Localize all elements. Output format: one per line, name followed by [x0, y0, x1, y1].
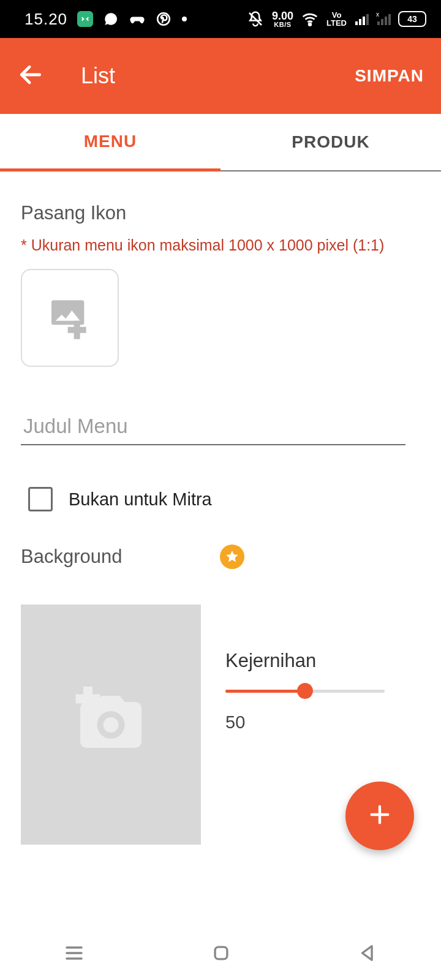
save-button[interactable]: SIMPAN: [355, 66, 424, 86]
svg-rect-6: [363, 17, 365, 25]
background-upload-box[interactable]: [21, 605, 201, 845]
icon-size-hint: * Ukuran menu ikon maksimal 1000 x 1000 …: [21, 236, 420, 254]
status-right: 9.00 KB/S Vo LTED x 43: [246, 10, 426, 28]
mute-icon: [246, 10, 265, 28]
add-image-icon: [45, 292, 94, 344]
battery-value: 43: [407, 14, 417, 24]
svg-rect-11: [385, 17, 387, 25]
svg-rect-4: [355, 21, 358, 25]
svg-rect-9: [377, 21, 380, 25]
volte-bot-text: LTED: [326, 19, 347, 27]
plus-icon: [368, 802, 392, 829]
dot-icon: [181, 16, 187, 22]
home-button[interactable]: [211, 943, 232, 966]
volte-icon: Vo LTED: [326, 11, 347, 27]
back-button[interactable]: [17, 61, 44, 91]
icon-upload-box[interactable]: [21, 269, 119, 367]
wifi-icon: [301, 10, 319, 28]
svg-point-1: [182, 17, 187, 21]
recent-apps-button[interactable]: [63, 942, 85, 967]
system-back-button[interactable]: [357, 943, 378, 966]
net-speed-icon: 9.00 KB/S: [272, 10, 293, 28]
app-bar: List SIMPAN: [0, 38, 441, 114]
gamepad-icon: [129, 10, 146, 28]
background-row: Background: [21, 545, 420, 569]
pinterest-icon: [156, 11, 172, 27]
fab-add-button[interactable]: [345, 782, 414, 850]
clarity-label: Kejernihan: [225, 650, 420, 672]
svg-rect-15: [68, 327, 86, 333]
signal-2-icon: x: [376, 12, 391, 26]
clarity-slider-col: Kejernihan 50: [225, 605, 420, 733]
svg-rect-12: [388, 14, 391, 25]
bukan-mitra-row[interactable]: Bukan untuk Mitra: [21, 487, 420, 511]
clarity-value: 50: [225, 712, 420, 733]
section-pasang-ikon-title: Pasang Ikon: [21, 202, 420, 224]
svg-text:x: x: [376, 12, 379, 18]
tab-menu[interactable]: MENU: [0, 114, 221, 172]
tabs: MENU PRODUK: [0, 114, 441, 172]
slider-thumb-icon[interactable]: [297, 683, 313, 699]
tab-produk[interactable]: PRODUK: [221, 114, 441, 170]
svg-rect-17: [76, 695, 100, 704]
svg-rect-7: [366, 14, 369, 25]
status-left: 15.20: [24, 10, 187, 29]
svg-rect-5: [359, 19, 361, 25]
svg-point-3: [309, 23, 311, 26]
clarity-slider[interactable]: [225, 688, 385, 694]
background-title: Background: [21, 546, 122, 568]
status-bar: 15.20 9.00 KB/S Vo LTED: [0, 0, 441, 38]
net-speed-value: 9.00: [272, 10, 293, 21]
add-photo-icon: [74, 687, 148, 763]
menu-title-input[interactable]: [21, 410, 405, 445]
chat-bubble-icon: [103, 11, 119, 27]
net-speed-unit: KB/S: [274, 21, 291, 28]
signal-1-icon: [354, 12, 369, 26]
status-time: 15.20: [24, 10, 67, 29]
page-title: List: [81, 63, 115, 89]
content: Pasang Ikon * Ukuran menu ikon maksimal …: [0, 172, 441, 845]
app-badge-icon: [77, 11, 93, 27]
checkbox-icon[interactable]: [28, 487, 53, 511]
system-navbar: [0, 929, 441, 980]
bukan-mitra-label: Bukan untuk Mitra: [69, 489, 212, 510]
battery-icon: 43: [398, 11, 426, 27]
svg-rect-23: [215, 947, 227, 959]
premium-star-badge[interactable]: [220, 545, 244, 569]
svg-rect-10: [381, 19, 383, 25]
